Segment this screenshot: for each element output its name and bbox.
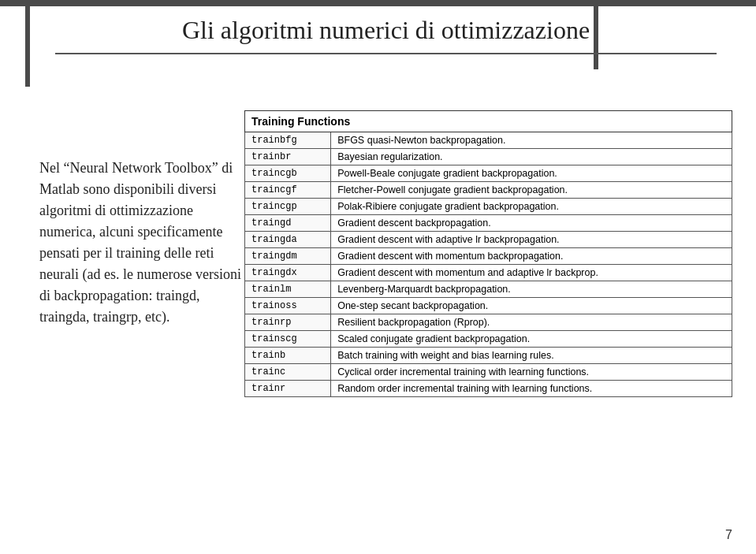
table-row: trainbfgBFGS quasi-Newton backpropagatio…	[245, 132, 732, 149]
function-description: Levenberg-Marquardt backpropagation.	[331, 281, 732, 298]
function-description: Gradient descent with adaptive lr backpr…	[331, 232, 732, 248]
table-row: trainrpResilient backpropagation (Rprop)…	[245, 314, 732, 331]
function-name: traincgp	[245, 199, 331, 215]
function-name: trainbfg	[245, 132, 331, 149]
function-name: traingda	[245, 232, 331, 248]
function-name: traingd	[245, 215, 331, 232]
function-name: trainrp	[245, 314, 331, 331]
function-name: trainb	[245, 348, 331, 364]
function-name: traingdm	[245, 248, 331, 265]
function-name: trainc	[245, 364, 331, 381]
table-row: traincCyclical order incremental trainin…	[245, 364, 732, 381]
function-description: Batch training with weight and bias lear…	[331, 348, 732, 364]
function-description: Powell-Beale conjugate gradient backprop…	[331, 165, 732, 182]
function-description: BFGS quasi-Newton backpropagation.	[331, 132, 732, 149]
function-name: trainoss	[245, 298, 331, 314]
function-name: traincgb	[245, 165, 331, 182]
function-name: trainr	[245, 381, 331, 397]
table-row: trainossOne-step secant backpropagation.	[245, 298, 732, 314]
table-row: trainbBatch training with weight and bia…	[245, 348, 732, 364]
table-row: traingdaGradient descent with adaptive l…	[245, 232, 732, 248]
left-text-block: Nel “Neural Network Toolbox” di Matlab s…	[39, 158, 252, 328]
training-functions-table-container: Training Functions trainbfgBFGS quasi-Ne…	[244, 110, 732, 397]
function-description: Bayesian regularization.	[331, 149, 732, 165]
training-table: Training Functions trainbfgBFGS quasi-Ne…	[244, 110, 732, 397]
function-name: traincgf	[245, 182, 331, 199]
table-header: Training Functions	[245, 111, 732, 132]
page-number: 7	[725, 528, 732, 542]
table-row: trainlmLevenberg-Marquardt backpropagati…	[245, 281, 732, 298]
title-underline	[55, 53, 717, 54]
function-description: Gradient descent with momentum backpropa…	[331, 248, 732, 265]
top-accent-bar	[0, 0, 756, 6]
function-description: Random order incremental training with l…	[331, 381, 732, 397]
table-row: trainrRandom order incremental training …	[245, 381, 732, 397]
table-row: traincgbPowell-Beale conjugate gradient …	[245, 165, 732, 182]
table-row: trainscgScaled conjugate gradient backpr…	[245, 331, 732, 348]
function-name: trainbr	[245, 149, 331, 165]
table-row: traingdGradient descent backpropagation.	[245, 215, 732, 232]
function-description: Gradient descent with momentum and adapt…	[331, 265, 732, 281]
title-section: Gli algoritmi numerici di ottimizzazione	[55, 16, 717, 54]
table-row: traincgpPolak-Ribiere conjugate gradient…	[245, 199, 732, 215]
function-description: Polak-Ribiere conjugate gradient backpro…	[331, 199, 732, 215]
function-description: Gradient descent backpropagation.	[331, 215, 732, 232]
function-description: Scaled conjugate gradient backpropagatio…	[331, 331, 732, 348]
table-row: traingdxGradient descent with momentum a…	[245, 265, 732, 281]
function-description: Resilient backpropagation (Rprop).	[331, 314, 732, 331]
function-name: traingdx	[245, 265, 331, 281]
function-description: One-step secant backpropagation.	[331, 298, 732, 314]
table-row: traincgfFletcher-Powell conjugate gradie…	[245, 182, 732, 199]
table-row: traingdmGradient descent with momentum b…	[245, 248, 732, 265]
page-title: Gli algoritmi numerici di ottimizzazione	[55, 16, 717, 45]
function-name: trainlm	[245, 281, 331, 298]
function-description: Fletcher-Powell conjugate gradient backp…	[331, 182, 732, 199]
table-row: trainbrBayesian regularization.	[245, 149, 732, 165]
function-name: trainscg	[245, 331, 331, 348]
left-accent-bar	[25, 0, 30, 87]
function-description: Cyclical order incremental training with…	[331, 364, 732, 381]
